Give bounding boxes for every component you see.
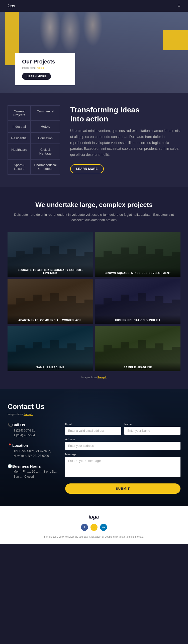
- contact-call-label: 📞 Call Us: [8, 423, 58, 427]
- location-icon: 📍: [8, 443, 12, 448]
- header: logo ≡: [0, 0, 188, 12]
- contact-location: 📍 Location 121 Rock Sreet, 21 Avenue, Ne…: [8, 443, 58, 458]
- nav-item-healthcare[interactable]: Healthcare: [8, 144, 31, 159]
- submit-button[interactable]: SUBMIT: [65, 483, 180, 494]
- footer-note: Sample text. Click to select the text bo…: [5, 535, 183, 539]
- project-label-crown: CROWN SQUARE, MIXED USE DEVELOPMENT: [99, 271, 177, 274]
- project-card-school[interactable]: EDUCATE TOGETHER SECONDARY SCHOOL, LIMER…: [8, 232, 93, 277]
- hours-icon: 🕐: [8, 464, 12, 468]
- twitter-icon[interactable]: t: [90, 524, 98, 531]
- projects-section: Current Projects Commercial Industrial H…: [0, 93, 188, 187]
- projects-nav-grid: Current Projects Commercial Industrial H…: [8, 105, 60, 175]
- form-group-name: Name: [124, 423, 180, 435]
- nav-item-pharma[interactable]: Pharmaceutical & medtech: [31, 159, 60, 174]
- project-label-sample1: SAMPLE HEADLINE: [11, 366, 89, 369]
- project-card-overlay: EDUCATE TOGETHER SECONDARY SCHOOL, LIMER…: [8, 265, 93, 277]
- projects-content: Transforming ideas into action Ut enim a…: [70, 105, 180, 175]
- project-card-apartments[interactable]: APARTMENTS, COMMERCIAL, WORKPLACE.: [8, 279, 93, 324]
- hero-subtitle: Image from Freepik: [22, 66, 68, 69]
- contact-address: 121 Rock Sreet, 21 Avenue, New York, NY …: [8, 449, 58, 458]
- hamburger-icon[interactable]: ≡: [177, 3, 180, 9]
- hero-credit-link[interactable]: Freepik: [35, 66, 44, 69]
- project-card-crown[interactable]: CROWN SQUARE, MIXED USE DEVELOPMENT: [95, 232, 180, 277]
- form-row-email-name: Email Name: [65, 423, 180, 435]
- contact-inner: Contact Us Images from Freepik 📞 Call Us…: [8, 403, 180, 494]
- project-label-school: EDUCATE TOGETHER SECONDARY SCHOOL, LIMER…: [11, 268, 89, 274]
- complex-section: We undertake large, complex projects Dui…: [0, 187, 188, 389]
- contact-phone2: 1 (234) 987-654: [8, 433, 58, 438]
- project-card-sample1[interactable]: SAMPLE HEADLINE: [8, 326, 93, 371]
- linkedin-icon[interactable]: in: [100, 524, 107, 531]
- project-card-overlay: CROWN SQUARE, MIXED USE DEVELOPMENT: [95, 268, 180, 277]
- message-label: Message: [65, 453, 180, 456]
- form-group-address: Address: [65, 438, 180, 450]
- projects-body-text: Ut enim ad minim veniam, quis nostrud ex…: [70, 128, 180, 158]
- nav-item-education[interactable]: Education: [31, 132, 60, 144]
- yellow-accent-right: [163, 30, 188, 50]
- contact-location-label: 📍 Location: [8, 443, 58, 448]
- facebook-icon[interactable]: f: [81, 524, 88, 531]
- address-input[interactable]: [65, 442, 180, 450]
- address-label: Address: [65, 438, 180, 441]
- nav-item-commercial[interactable]: Commercial: [31, 106, 60, 121]
- header-logo: logo: [8, 4, 15, 8]
- hero-card: Our Projects Image from Freepik LEARN MO…: [15, 53, 75, 85]
- contact-section: Contact Us Images from Freepik 📞 Call Us…: [0, 389, 188, 506]
- freepik-link[interactable]: Freepik: [98, 376, 107, 379]
- contact-credit-link[interactable]: Freepik: [24, 413, 33, 416]
- project-card-higher[interactable]: HIGHER EDUCATION BUNDLE 1: [95, 279, 180, 324]
- contact-hours-label: 🕐 Business Hours: [8, 464, 58, 468]
- complex-subtext: Duis aute irure dolor in reprehenderit i…: [8, 212, 180, 223]
- complex-heading: We undertake large, complex projects: [8, 201, 180, 209]
- nav-item-residential[interactable]: Residential: [8, 132, 31, 144]
- footer-logo: logo: [5, 514, 183, 520]
- call-icon: 📞: [8, 423, 12, 427]
- nav-item-civic[interactable]: Civic & Heritage: [31, 144, 60, 159]
- form-group-message: Message: [65, 453, 180, 478]
- project-label-higher: HIGHER EDUCATION BUNDLE 1: [99, 319, 177, 322]
- projects-nav: Current Projects Commercial Industrial H…: [8, 105, 60, 175]
- project-card-overlay: SAMPLE HEADLINE: [95, 362, 180, 371]
- social-icons: f t in: [5, 524, 183, 531]
- email-label: Email: [65, 423, 121, 426]
- project-card-overlay: HIGHER EDUCATION BUNDLE 1: [95, 315, 180, 324]
- project-card-overlay: APARTMENTS, COMMERCIAL, WORKPLACE.: [8, 315, 93, 324]
- hero-title: Our Projects: [22, 58, 68, 65]
- name-label: Name: [124, 423, 180, 426]
- contact-columns: 📞 Call Us 1 (234) 567-891 1 (234) 987-65…: [8, 423, 180, 494]
- project-card-overlay: SAMPLE HEADLINE: [8, 362, 93, 371]
- form-group-email: Email: [65, 423, 121, 435]
- project-card-sample2[interactable]: SAMPLE HEADLINE: [95, 326, 180, 371]
- hero-learn-more-button[interactable]: LEARN MORE: [22, 73, 51, 80]
- contact-call: 📞 Call Us 1 (234) 567-891 1 (234) 987-65…: [8, 423, 58, 438]
- hero-section: Our Projects Image from Freepik LEARN MO…: [0, 0, 188, 93]
- footer: logo f t in Sample text. Click to select…: [0, 506, 188, 544]
- name-input[interactable]: [124, 427, 180, 435]
- contact-hours: 🕐 Business Hours Mon – Fri …, 10 am – 8 …: [8, 464, 58, 479]
- nav-item-industrial[interactable]: Industrial: [8, 121, 31, 132]
- nav-item-current-projects[interactable]: Current Projects: [8, 106, 31, 121]
- project-label-apartments: APARTMENTS, COMMERCIAL, WORKPLACE.: [11, 319, 89, 322]
- project-label-sample2: SAMPLE HEADLINE: [99, 366, 177, 369]
- contact-hours-text: Mon – Fri …, 10 am – 8 pm, Sat, Sun …. C…: [8, 469, 58, 479]
- contact-form: Email Name Address Message SUBMIT: [65, 423, 180, 494]
- email-input[interactable]: [65, 427, 121, 435]
- nav-item-hotels[interactable]: Hotels: [31, 121, 60, 132]
- contact-heading: Contact Us: [8, 403, 180, 411]
- nav-item-sport[interactable]: Sport & Leisure: [8, 159, 31, 174]
- images-credit: Images from Freepik: [8, 376, 180, 379]
- contact-img-credit: Images from Freepik: [8, 413, 180, 416]
- contact-info: 📞 Call Us 1 (234) 567-891 1 (234) 987-65…: [8, 423, 58, 485]
- message-input[interactable]: [65, 457, 180, 477]
- projects-grid: EDUCATE TOGETHER SECONDARY SCHOOL, LIMER…: [8, 232, 180, 371]
- contact-phone1: 1 (234) 567-891: [8, 428, 58, 433]
- projects-heading: Transforming ideas into action: [70, 105, 180, 123]
- projects-learn-more-button[interactable]: LEARN MORE: [70, 164, 104, 173]
